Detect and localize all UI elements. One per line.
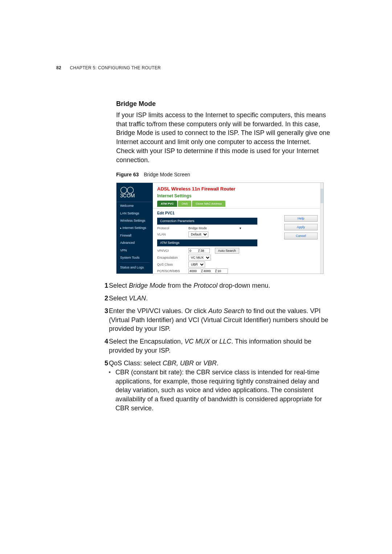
bullet-icon: ■ (109, 368, 115, 413)
tab-clone-mac[interactable]: Clone MAC Address (192, 201, 225, 207)
step-3: Enter the VPI/VCI values. Or click Auto … (109, 307, 330, 333)
mbs-input[interactable] (216, 268, 228, 274)
brand-text: 3COM (120, 193, 135, 198)
step-2: Select VLAN. (109, 294, 330, 303)
tab-bar: ATM PVC DNS Clone MAC Address (157, 201, 319, 207)
brand-logo: ◯◯ 3COM (117, 185, 153, 202)
bridge-mode-screenshot: ◯◯ 3COM Welcome LAN Settings Wireless Se… (116, 182, 324, 274)
pcr-label: PCR/SCR/MBS (157, 269, 188, 273)
encap-select[interactable]: VC MUX (188, 255, 211, 260)
step-1: Select Bridge Mode from the Protocol dro… (109, 281, 330, 290)
auto-search-button[interactable]: Auto Search (215, 248, 240, 254)
scrollbar[interactable] (320, 183, 323, 274)
sidebar-item-vpn[interactable]: VPN (117, 247, 153, 254)
step-4: Select the Encapsulation, VC MUX or LLC.… (109, 337, 330, 355)
atm-settings-header: ATM Settings (157, 239, 257, 246)
encap-label: Encapsulation (157, 255, 188, 260)
section-title: Bridge Mode (116, 99, 330, 108)
vpivci-label: VPI/VCI (157, 249, 188, 253)
section-intro: If your ISP limits access to the Interne… (116, 111, 330, 165)
sidebar-item-systemtools[interactable]: System Tools (117, 254, 153, 261)
protocol-dropdown-icon[interactable]: ▾ (240, 226, 241, 230)
page-number: 82 (56, 65, 61, 70)
sidebar-item-support[interactable]: Support/Feedback (117, 271, 153, 274)
figure-number: Figure 63 (116, 172, 139, 177)
vlan-select[interactable]: Default (188, 231, 208, 237)
help-button[interactable]: Help (284, 215, 318, 222)
sidebar-item-welcome[interactable]: Welcome (117, 202, 153, 209)
page-header: 82 CHAPTER 5: CONFIGURING THE ROUTER (33, 65, 359, 70)
vlan-label: VLAN (157, 232, 188, 237)
logo-icon: ◯◯ (120, 187, 149, 192)
qos-label: QoS Class (157, 262, 188, 267)
page-subtitle: Internet Settings (157, 193, 319, 199)
scr-input[interactable] (203, 268, 216, 274)
vpi-input[interactable] (188, 248, 199, 253)
figure-caption: Figure 63 Bridge Mode Screen (116, 171, 330, 178)
sidebar-item-wireless[interactable]: Wireless Settings (117, 217, 153, 224)
figure-text: Bridge Mode Screen (144, 172, 190, 177)
cancel-button[interactable]: Cancel (284, 233, 318, 239)
tab-atm-pvc[interactable]: ATM PVC (157, 201, 177, 207)
sidebar-item-lan[interactable]: LAN Settings (117, 210, 153, 217)
tab-dns[interactable]: DNS (178, 201, 191, 207)
cbr-text: CBR (constant bit rate): the CBR service… (115, 368, 330, 413)
sidebar-item-advanced[interactable]: Advanced (117, 239, 153, 246)
sidebar-item-status[interactable]: Status and Logs (117, 264, 153, 271)
vci-input[interactable] (200, 248, 210, 253)
protocol-label: Protocol (157, 226, 188, 230)
chapter-label: CHAPTER 5: CONFIGURING THE ROUTER (70, 65, 161, 70)
page-title: ADSL Wireless 11n Firewall Router (157, 186, 319, 192)
connection-params-header: Connection Parameters (157, 218, 257, 224)
apply-button[interactable]: Apply (284, 224, 318, 230)
sidebar: ◯◯ 3COM Welcome LAN Settings Wireless Se… (117, 183, 153, 274)
pcr-input[interactable] (188, 268, 201, 274)
step-5: QoS Class: select CBR, UBR or VBR. ■ CBR… (109, 359, 330, 413)
sidebar-item-internet[interactable]: Internet Settings (117, 224, 153, 231)
cbr-bullet: ■ CBR (constant bit rate): the CBR servi… (109, 368, 330, 413)
qos-select[interactable]: UBR (188, 262, 205, 267)
protocol-value[interactable]: Bridge Mode (188, 226, 207, 230)
sidebar-item-firewall[interactable]: Firewall (117, 232, 153, 239)
